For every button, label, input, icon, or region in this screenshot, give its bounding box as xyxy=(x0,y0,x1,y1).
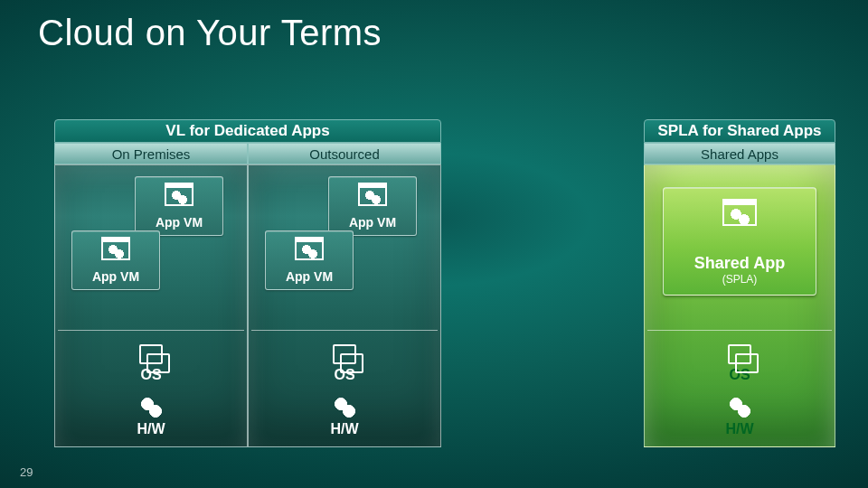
layers-icon xyxy=(728,344,751,364)
column-header-on-premises: On Premises xyxy=(54,143,248,164)
shared-app-tile: Shared App (SPLA) xyxy=(663,187,816,296)
app-vm-label: App VM xyxy=(286,269,333,284)
hw-label: H/W xyxy=(55,397,247,437)
hw-text: H/W xyxy=(330,421,358,436)
slide-number: 29 xyxy=(20,465,33,479)
os-label: OS xyxy=(249,344,440,383)
os-label: OS xyxy=(645,344,835,383)
app-vm-tile: App VM xyxy=(135,176,223,236)
layers-icon xyxy=(333,344,356,364)
hw-text: H/W xyxy=(137,421,165,436)
app-vm-label: App VM xyxy=(92,269,139,284)
gear-icon xyxy=(140,397,162,418)
app-vm-tile: App VM xyxy=(328,176,417,236)
app-vm-label: App VM xyxy=(349,215,396,230)
column-header-outsourced: Outsourced xyxy=(248,143,441,164)
page-title: Cloud on Your Terms xyxy=(38,13,382,53)
hw-label: H/W xyxy=(645,397,835,437)
gear-icon xyxy=(334,397,355,418)
column-outsourced: App VM App VM OS H/W xyxy=(248,164,441,447)
os-label: OS xyxy=(55,344,247,383)
group-header-vl: VL for Dedicated Apps xyxy=(54,119,441,143)
app-vm-tile: App VM xyxy=(71,230,160,290)
hw-text: H/W xyxy=(725,421,753,436)
app-vm-tile: App VM xyxy=(265,230,354,290)
hw-label: H/W xyxy=(249,397,440,437)
column-header-shared-apps: Shared Apps xyxy=(644,143,835,164)
column-shared-apps: Shared App (SPLA) OS H/W xyxy=(644,164,835,447)
shared-app-sublabel: (SPLA) xyxy=(722,273,758,286)
app-vm-label: App VM xyxy=(156,215,203,230)
gear-icon xyxy=(729,397,750,418)
shared-app-label: Shared App xyxy=(694,254,785,273)
layers-icon xyxy=(139,344,163,364)
group-header-spla: SPLA for Shared Apps xyxy=(644,119,835,143)
column-on-premises: App VM App VM OS H/W xyxy=(54,164,248,447)
